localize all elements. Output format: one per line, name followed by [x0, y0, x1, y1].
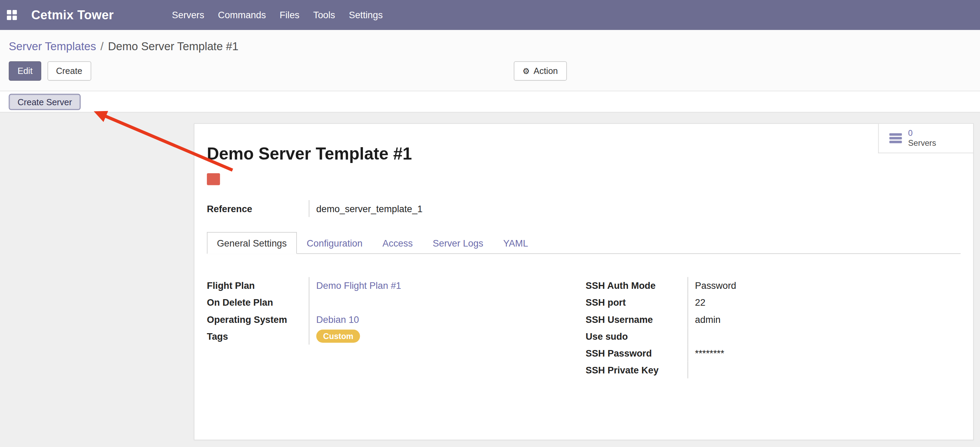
create-server-button[interactable]: Create Server	[9, 94, 80, 110]
field-group-right: SSH Auth ModePasswordSSH port22SSH Usern…	[585, 277, 961, 378]
gear-icon: ⚙	[523, 65, 530, 77]
navbar-menu: ServersCommandsFilesToolsSettings	[165, 0, 390, 30]
apps-menu-icon[interactable]	[7, 10, 17, 20]
breadcrumb-current: Demo Server Template #1	[108, 40, 239, 52]
field-label-ssh-port: SSH port	[585, 294, 687, 311]
field-value-ssh-auth-mode: Password	[687, 277, 961, 294]
field-value-flight-plan: Demo Flight Plan #1	[309, 277, 586, 294]
field-label-operating-system: Operating System	[207, 311, 309, 328]
field-label-on-delete-plan: On Delete Plan	[207, 294, 309, 311]
field-value-ssh-username: admin	[687, 311, 961, 328]
value-text: Password	[695, 280, 737, 291]
field-row-flight-plan: Flight PlanDemo Flight Plan #1	[207, 277, 585, 294]
field-label-ssh-private-key: SSH Private Key	[585, 361, 687, 378]
link-debian-10[interactable]: Debian 10	[316, 314, 359, 325]
field-row-on-delete-plan: On Delete Plan	[207, 294, 585, 311]
servers-stat-button[interactable]: 0 Servers	[879, 128, 936, 148]
field-group-left: Flight PlanDemo Flight Plan #1On Delete …	[207, 277, 585, 378]
form-sheet: 0 Servers Demo Server Template #1 Refere…	[194, 123, 974, 440]
edit-button[interactable]: Edit	[9, 61, 41, 80]
field-label-reference: Reference	[207, 200, 309, 217]
control-panel: Server Templates/Demo Server Template #1…	[0, 30, 980, 91]
field-row-ssh-private-key: SSH Private Key	[585, 361, 961, 378]
create-button[interactable]: Create	[47, 61, 91, 80]
field-label-ssh-password: SSH Password	[585, 345, 687, 361]
field-label-ssh-username: SSH Username	[585, 311, 687, 328]
field-value-reference: demo_server_template_1	[309, 200, 423, 217]
field-row-ssh-password: SSH Password********	[585, 345, 961, 361]
field-value-ssh-password: ********	[687, 345, 961, 361]
status-bar: Create Server	[0, 91, 980, 113]
top-navbar: Cetmix Tower ServersCommandsFilesToolsSe…	[0, 0, 980, 30]
field-row-ssh-port: SSH port22	[585, 294, 961, 311]
field-row-operating-system: Operating SystemDebian 10	[207, 311, 585, 328]
stat-button-box: 0 Servers	[878, 124, 973, 153]
field-value-tags: Custom	[309, 328, 586, 345]
action-button[interactable]: ⚙ Action	[514, 61, 566, 80]
field-label-flight-plan: Flight Plan	[207, 277, 309, 294]
record-title: Demo Server Template #1	[207, 144, 961, 164]
content-area: 0 Servers Demo Server Template #1 Refere…	[0, 112, 980, 447]
field-row-ssh-auth-mode: SSH Auth ModePassword	[585, 277, 961, 294]
app-brand[interactable]: Cetmix Tower	[31, 8, 114, 22]
field-label-tags: Tags	[207, 328, 309, 345]
field-row-ssh-username: SSH Usernameadmin	[585, 311, 961, 328]
breadcrumb-separator: /	[100, 40, 103, 52]
nav-item-settings[interactable]: Settings	[342, 0, 390, 30]
servers-icon	[889, 133, 902, 143]
field-value-ssh-private-key	[687, 361, 961, 378]
tab-yaml[interactable]: YAML	[493, 232, 538, 254]
notebook-tabs: General SettingsConfigurationAccessServe…	[207, 232, 961, 254]
servers-stat-text: 0 Servers	[908, 128, 936, 148]
tag-custom[interactable]: Custom	[316, 330, 360, 343]
color-swatch[interactable]	[207, 173, 220, 185]
tab-access[interactable]: Access	[372, 232, 423, 254]
field-row-use-sudo: Use sudo	[585, 328, 961, 345]
field-row-tags: TagsCustom	[207, 328, 585, 345]
field-value-ssh-port: 22	[687, 294, 961, 311]
action-button-label: Action	[534, 65, 558, 77]
value-text: 22	[695, 297, 705, 308]
field-groups: Flight PlanDemo Flight Plan #1On Delete …	[207, 277, 961, 378]
breadcrumb: Server Templates/Demo Server Template #1	[0, 39, 980, 54]
value-text: admin	[695, 314, 721, 325]
nav-item-commands[interactable]: Commands	[211, 0, 273, 30]
field-label-ssh-auth-mode: SSH Auth Mode	[585, 277, 687, 294]
sheet-body: Demo Server Template #1 Reference demo_s…	[194, 124, 973, 378]
nav-item-tools[interactable]: Tools	[306, 0, 342, 30]
control-panel-buttons: Edit Create ⚙ Action	[0, 61, 980, 91]
field-value-on-delete-plan	[309, 294, 586, 311]
reference-field-row: Reference demo_server_template_1	[207, 200, 961, 217]
field-value-use-sudo	[687, 328, 961, 345]
tab-server-logs[interactable]: Server Logs	[423, 232, 493, 254]
link-demo-flight-plan-1[interactable]: Demo Flight Plan #1	[316, 280, 401, 291]
nav-item-servers[interactable]: Servers	[165, 0, 211, 30]
tab-general-settings[interactable]: General Settings	[207, 232, 296, 254]
servers-count-label: Servers	[908, 138, 936, 148]
servers-count: 0	[908, 128, 913, 138]
screen: Cetmix Tower ServersCommandsFilesToolsSe…	[0, 0, 980, 447]
value-text: ********	[695, 348, 724, 358]
breadcrumb-parent-link[interactable]: Server Templates	[9, 40, 96, 52]
tab-configuration[interactable]: Configuration	[296, 232, 372, 254]
field-label-use-sudo: Use sudo	[585, 328, 687, 345]
field-value-operating-system: Debian 10	[309, 311, 586, 328]
nav-item-files[interactable]: Files	[273, 0, 307, 30]
